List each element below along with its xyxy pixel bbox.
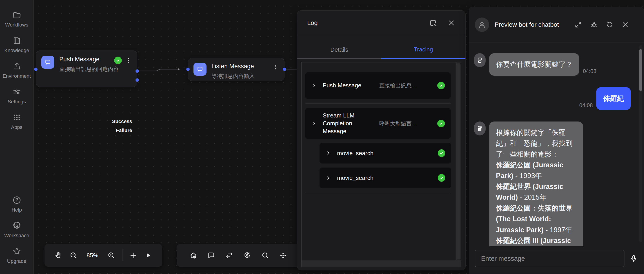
log-close-icon[interactable] [448,19,456,27]
port-push-failure[interactable] [136,78,139,82]
tab-underline [297,58,381,59]
swap-arrows-icon [225,251,233,260]
run-play-icon[interactable] [144,251,152,260]
sidebar-spacer [0,134,34,191]
message-timestamp: 04:08 [583,68,596,76]
sidebar-item-upgrade[interactable]: Upgrade [0,243,34,268]
tab-tracing[interactable]: Tracing [381,35,465,59]
node-push-message[interactable]: Push Message 直接輸出訊息的回應內容 Success Failure [36,50,137,87]
add-node-icon [129,251,137,260]
sidebar-item-label: Apps [11,124,22,130]
search-icon[interactable] [261,251,269,260]
port-listen-output[interactable] [283,68,286,71]
bot-message-avatar [474,121,486,135]
bot-message: 根據你的關鍵字「侏羅紀」和「恐龍」，我找到了一些相關的電影：侏羅紀公園 (Jur… [474,121,631,246]
sidebar-top-group: WorkflowsKnowledgeEnvironmentSettingsApp… [0,6,34,134]
chevron-right-icon[interactable] [311,83,317,88]
run-play-icon [144,251,152,260]
sidebar-item-help[interactable]: Help [0,191,34,217]
node-menu-kebab-icon[interactable] [125,57,132,64]
expand-icon[interactable] [574,21,582,29]
person-icon [478,20,486,29]
trace-step-name: movie_search [337,170,432,186]
chevron-right-icon[interactable] [325,175,331,181]
sidebar-item-label: Workspace [4,233,29,239]
chat-header-actions [574,21,630,29]
chat-close-icon[interactable] [621,21,630,29]
sidebar-item-apps[interactable]: Apps [0,109,34,134]
node-menu-kebab-icon[interactable] [272,63,279,70]
port-label-failure: Failure [116,128,132,133]
tab-details-label: Details [330,46,348,53]
trace-row-movie-search[interactable]: movie_search [320,143,451,164]
tab-details[interactable]: Details [297,35,381,59]
home-add-icon[interactable] [189,251,197,260]
sliders-icon [12,87,22,97]
trace-row-movie-search[interactable]: movie_search [320,168,451,188]
refresh-icon [606,21,614,29]
node-listen-message[interactable]: Listen Message 等待訊息內容輸入 [188,58,284,81]
idea-refresh-icon [243,251,251,260]
port-push-success[interactable] [136,69,139,73]
tracing-vertical-scrollbar[interactable] [455,62,461,261]
trace-step-name: Push Message [323,78,374,93]
upload-icon [12,61,22,71]
sidebar-item-label: Upgrade [7,258,26,264]
tracing-scroll-wrap: Push Message直接輸出訊息… Stream LLM Completio… [302,62,461,261]
close-icon [448,19,456,27]
sidebar-item-workspace[interactable]: Workspace [0,217,34,243]
message-bubble: 根據你的關鍵字「侏羅紀」和「恐龍」，我找到了一些相關的電影：侏羅紀公園 (Jur… [489,121,583,246]
tracing-horizontal-scrollbar[interactable] [302,261,461,267]
trace-row-push-message[interactable]: Push Message直接輸出訊息… [305,72,451,99]
log-tabs: Details Tracing [297,35,465,59]
trace-divider [305,103,451,104]
idea-refresh-icon[interactable] [243,251,251,260]
sidebar-item-knowledge[interactable]: Knowledge [0,32,34,57]
success-badge-icon [438,174,445,182]
success-badge-icon [437,120,445,127]
chevron-right-icon [311,121,317,126]
chevron-right-icon [325,175,331,181]
node-push-message-header: Push Message 直接輸出訊息的回應內容 [36,51,137,73]
home-add-icon [189,251,197,260]
trace-row-stream-llm-completion-message[interactable]: Stream LLM Completion Message呼叫大型語言… [305,108,451,139]
zoom-out-icon [70,251,78,260]
log-panel-title: Log [307,19,429,26]
add-node-icon[interactable] [129,251,137,260]
zoom-level[interactable]: 85% [84,252,100,259]
port-push-input[interactable] [34,68,38,71]
chevron-right-icon[interactable] [325,150,331,156]
canvas-tools-toolbar [176,244,300,267]
kebab-icon [272,63,279,70]
zoom-in-icon[interactable] [107,251,115,260]
pan-hand-icon[interactable] [54,251,63,260]
comment-bubble-icon[interactable] [207,251,215,260]
search-icon [261,251,269,260]
swap-arrows-icon[interactable] [225,251,233,260]
toolbar-divider [122,250,122,261]
microphone-icon[interactable] [630,254,638,263]
app-window: WorkflowsKnowledgeEnvironmentSettingsApp… [0,0,644,274]
scrollbar-thumb[interactable] [456,63,460,260]
port-listen-input[interactable] [186,68,190,71]
comment-bubble-icon [207,251,215,260]
sidebar-item-settings[interactable]: Settings [0,83,34,109]
robot-icon [476,57,483,64]
sidebar-item-label: Settings [8,99,26,105]
message-input[interactable] [475,250,624,267]
chat-input-row [469,246,644,274]
apps-grid-icon [12,113,22,122]
chevron-right-icon[interactable] [311,121,317,126]
node-actions [272,63,279,70]
sidebar-item-workflows[interactable]: Workflows [0,6,34,32]
calendar-clear-icon[interactable] [429,19,437,27]
scrollbar-thumb[interactable] [639,49,642,91]
zoom-out-icon[interactable] [70,251,78,260]
chat-scrollbar[interactable] [639,45,642,242]
sidebar-item-environment[interactable]: Environment [0,57,34,83]
bot-message: 你要查什麼電影關鍵字？04:08 [474,53,631,76]
bug-icon[interactable] [590,21,598,29]
refresh-icon[interactable] [606,21,614,29]
tab-tracing-label: Tracing [414,46,433,53]
fit-view-icon[interactable] [279,251,287,260]
